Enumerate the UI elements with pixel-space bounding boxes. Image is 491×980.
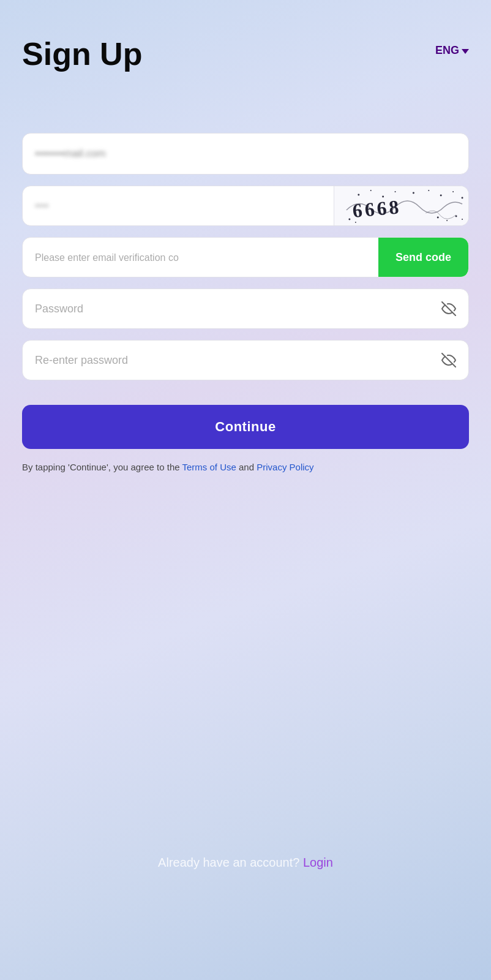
login-link[interactable]: Login bbox=[303, 856, 333, 869]
eye-off-icon-2 bbox=[441, 353, 456, 368]
email-field-wrapper bbox=[22, 133, 469, 175]
chevron-down-icon bbox=[462, 49, 469, 54]
svg-point-4 bbox=[395, 191, 396, 192]
svg-point-9 bbox=[462, 197, 463, 199]
svg-point-8 bbox=[452, 191, 454, 192]
page-container: Sign Up ENG bbox=[0, 0, 491, 980]
verification-wrapper: Send code bbox=[22, 237, 469, 277]
svg-point-1 bbox=[358, 194, 359, 196]
reenter-password-input[interactable] bbox=[23, 340, 429, 380]
terms-prefix: By tapping 'Continue', you agree to the bbox=[22, 462, 182, 472]
login-prompt-section: Already have an account? Login bbox=[0, 856, 491, 870]
svg-point-5 bbox=[413, 192, 414, 194]
password-toggle-icon[interactable] bbox=[429, 301, 468, 316]
terms-of-use-link[interactable]: Terms of Use bbox=[182, 462, 236, 472]
svg-text:6668: 6668 bbox=[351, 196, 402, 222]
svg-point-12 bbox=[355, 222, 356, 223]
svg-point-14 bbox=[446, 220, 448, 221]
page-title: Sign Up bbox=[22, 37, 142, 72]
reenter-password-wrapper bbox=[22, 340, 469, 380]
language-label: ENG bbox=[435, 44, 459, 57]
email-input[interactable] bbox=[23, 134, 468, 174]
captcha-image[interactable]: 6668 bbox=[334, 186, 468, 226]
login-prompt-text: Already have an account? Login bbox=[158, 856, 333, 869]
svg-point-11 bbox=[348, 219, 350, 221]
svg-point-7 bbox=[440, 195, 442, 197]
svg-point-2 bbox=[370, 190, 372, 191]
already-account-text: Already have an account? bbox=[158, 856, 299, 869]
continue-button[interactable]: Continue bbox=[22, 405, 469, 449]
terms-middle: and bbox=[236, 462, 257, 472]
password-input[interactable] bbox=[23, 288, 429, 329]
send-code-button[interactable]: Send code bbox=[378, 238, 468, 277]
svg-point-16 bbox=[462, 219, 463, 220]
password-field-wrapper bbox=[22, 288, 469, 329]
terms-text: By tapping 'Continue', you agree to the … bbox=[22, 460, 469, 475]
signup-form: 6668 Send code bbox=[22, 133, 469, 380]
header: Sign Up ENG bbox=[22, 37, 469, 72]
privacy-policy-link[interactable]: Privacy Policy bbox=[257, 462, 313, 472]
captcha-input[interactable] bbox=[23, 186, 334, 226]
captcha-wrapper: 6668 bbox=[22, 186, 469, 226]
eye-off-icon bbox=[441, 301, 456, 316]
language-selector[interactable]: ENG bbox=[435, 44, 469, 57]
verification-code-input[interactable] bbox=[23, 237, 378, 277]
svg-point-13 bbox=[437, 217, 439, 219]
reenter-password-toggle-icon[interactable] bbox=[429, 353, 468, 368]
svg-point-6 bbox=[428, 190, 429, 191]
